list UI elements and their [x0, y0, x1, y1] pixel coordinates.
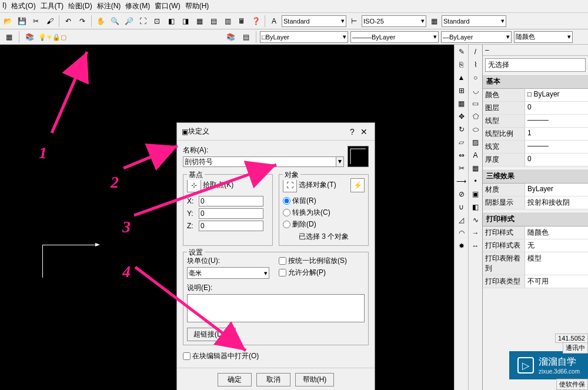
break-icon[interactable]: ⊘ [456, 188, 467, 200]
hatch-icon[interactable]: ▨ [470, 136, 482, 148]
text-style-combo[interactable]: Standard▾ [282, 15, 346, 27]
explode-icon[interactable]: ✸ [456, 240, 467, 252]
undo-icon[interactable]: ↶ [62, 15, 75, 28]
zoom-out-icon[interactable]: 🔎 [122, 15, 135, 28]
zoom-in-icon[interactable]: 🔍 [108, 15, 121, 28]
extend-icon[interactable]: ⟶ [456, 175, 467, 187]
help-button[interactable]: 帮助(H) [295, 373, 335, 386]
menu-item-modify[interactable]: 修改(M) [125, 1, 150, 11]
block-name-input[interactable] [183, 156, 336, 167]
offset-icon[interactable]: ⊞ [456, 85, 467, 96]
menu-item[interactable]: I) [2, 1, 6, 11]
polyline-icon[interactable]: ⌇ [470, 59, 482, 71]
mirror-icon[interactable]: ▲ [456, 72, 467, 84]
tool-icon[interactable]: ▤ [207, 15, 220, 28]
dialog-context-help-icon[interactable]: ? [346, 127, 358, 136]
panel-collapse-icon[interactable]: – [485, 46, 489, 54]
xline-icon[interactable]: ↔ [470, 240, 482, 252]
copy-icon[interactable]: ⎘ [456, 59, 467, 71]
scale-icon[interactable]: ▱ [456, 136, 467, 148]
cut-icon[interactable]: ✂ [29, 15, 42, 28]
retain-radio[interactable] [283, 197, 290, 205]
name-dropdown-icon[interactable]: ▾ [336, 156, 344, 167]
point-icon[interactable]: • [470, 175, 482, 187]
table-icon[interactable]: ▦ [470, 162, 482, 174]
block-icon[interactable]: ▣ [470, 188, 482, 200]
prop-value[interactable]: □ ByLayer [525, 89, 588, 101]
menu-item-annotate[interactable]: 标注(N) [97, 1, 121, 11]
cancel-button[interactable]: 取消 [256, 373, 290, 386]
calc-icon[interactable]: 🖩 [235, 15, 248, 28]
rectangle-icon[interactable]: ▭ [470, 98, 482, 109]
description-textarea[interactable] [187, 294, 365, 322]
z-input[interactable] [199, 221, 263, 231]
uniform-scale-check[interactable] [279, 257, 286, 265]
linetype-combo[interactable]: ——— ByLayer▾ [350, 31, 439, 43]
save-icon[interactable]: 💾 [15, 15, 28, 28]
paint-icon[interactable]: 🖌 [44, 15, 56, 28]
join-icon[interactable]: ∪ [456, 201, 467, 213]
prop-value[interactable]: 0 [525, 154, 588, 166]
prop-value[interactable]: ——— [525, 115, 588, 127]
circle-icon[interactable]: ○ [470, 72, 482, 84]
dim-style-icon[interactable]: ⊢ [348, 15, 360, 28]
ellipse-icon[interactable]: ⬭ [470, 124, 482, 135]
line-icon[interactable]: / [470, 46, 482, 58]
spline-icon[interactable]: ∿ [470, 214, 482, 226]
redo-icon[interactable]: ↷ [76, 15, 89, 28]
prop-value[interactable]: 不可用 [525, 275, 588, 288]
dialog-titlebar[interactable]: ▣ 块定义 ? ✕ [177, 123, 375, 141]
region-icon[interactable]: ◧ [470, 201, 482, 213]
prop-value[interactable]: ——— [525, 141, 588, 153]
menu-item-draw[interactable]: 绘图(D) [68, 1, 92, 11]
x-input[interactable] [199, 196, 263, 206]
dim-style-combo[interactable]: ISO-25▾ [362, 15, 426, 27]
prop-value[interactable]: 1 [525, 128, 588, 140]
plot-style-combo[interactable]: 随颜色▾ [514, 31, 573, 43]
prop-value[interactable]: 无 [525, 239, 588, 252]
quick-select-icon[interactable]: ⚡ [350, 178, 365, 192]
open-in-editor-check[interactable] [183, 352, 191, 360]
ok-button[interactable]: 确定 [218, 373, 252, 386]
y-input[interactable] [199, 208, 263, 219]
arc-icon[interactable]: ◡ [470, 85, 482, 96]
pick-point-icon[interactable]: ⊹ [187, 178, 201, 192]
rotate-icon[interactable]: ↻ [456, 124, 467, 135]
allow-explode-check[interactable] [279, 269, 286, 276]
menu-item-tools[interactable]: 工具(T) [41, 1, 64, 11]
menu-item-window[interactable]: 窗口(W) [155, 1, 180, 11]
pencil-icon[interactable]: ✎ [456, 46, 467, 58]
select-objects-icon[interactable]: ⛶ [283, 178, 297, 192]
move-icon[interactable]: ✥ [456, 111, 467, 122]
drawing-canvas[interactable]: ▣ 块定义 ? ✕ 名称(A): ▾ [0, 45, 454, 390]
prop-value[interactable]: 模型 [525, 252, 588, 275]
stretch-icon[interactable]: ⇔ [456, 149, 467, 161]
help-icon[interactable]: ❓ [249, 15, 262, 28]
table-style-icon[interactable]: ▦ [427, 15, 440, 28]
text-style-icon[interactable]: A [268, 15, 280, 28]
hyperlink-button[interactable]: 超链接(L)... [187, 328, 236, 341]
prop-value[interactable]: 投射和接收阴 [525, 196, 588, 209]
block-unit-combo[interactable]: 毫米▾ [187, 267, 269, 279]
selection-combo[interactable]: 无选择 [485, 58, 586, 72]
table-style-combo[interactable]: Standard▾ [442, 15, 506, 27]
zoom-extents-icon[interactable]: ⊡ [151, 15, 163, 28]
tool-icon[interactable]: ▦ [193, 15, 206, 28]
open-icon[interactable]: 📂 [1, 15, 14, 28]
lineweight-combo[interactable]: — ByLayer▾ [441, 31, 512, 43]
text-icon[interactable]: A [470, 149, 482, 161]
convert-radio[interactable] [283, 209, 290, 216]
menu-item-help[interactable]: 帮助(H) [185, 1, 209, 11]
ray-icon[interactable]: → [470, 227, 482, 239]
tool-icon[interactable]: ▥ [221, 15, 234, 28]
tool-icon[interactable]: ◨ [179, 15, 192, 28]
tool-icon[interactable]: ◧ [165, 15, 178, 28]
polygon-icon[interactable]: ⬠ [470, 111, 482, 122]
pan-icon[interactable]: ✋ [94, 15, 107, 28]
layer-tool-icon[interactable]: 📚 [224, 31, 237, 44]
array-icon[interactable]: ▦ [456, 98, 467, 109]
trim-icon[interactable]: ✂ [456, 162, 467, 174]
layer-states-icon[interactable]: 📚 [23, 31, 36, 44]
fillet-icon[interactable]: ◠ [456, 227, 467, 239]
prop-value[interactable]: 0 [525, 102, 588, 114]
